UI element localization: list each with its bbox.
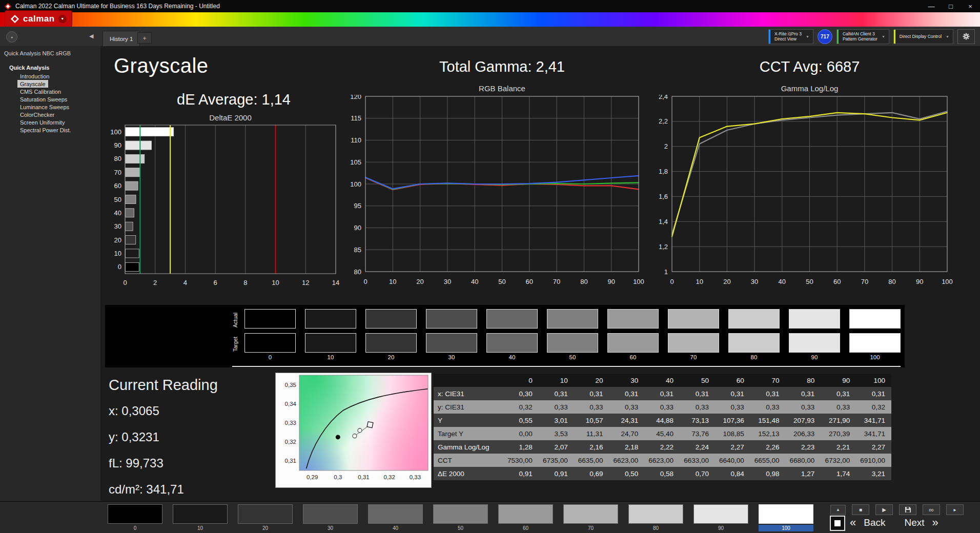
pattern-tile-50[interactable]: 50 [433,504,488,531]
reading-cdm2: cd/m²: 341,71 [109,482,218,497]
pattern-level-label: 90 [693,525,748,531]
svg-text:8: 8 [243,279,247,286]
maximize-icon[interactable]: □ [941,0,961,12]
meter-status-badge[interactable]: 717 [818,29,832,44]
svg-text:20: 20 [416,278,423,285]
level-label: 100 [849,354,901,360]
pattern-swatch [693,504,748,524]
meter-dropdown[interactable]: X-Rite i1Pro 3 Direct View ▼ [768,29,813,44]
pattern-window-button[interactable] [830,516,845,531]
reading-fl: fL: 99,733 [109,456,218,470]
advance-icon[interactable]: ▸ [946,504,964,515]
svg-text:90: 90 [354,224,361,232]
titlebar: Calman 2022 Calman Ultimate for Business… [0,0,980,12]
window-title: Calman 2022 Calman Ultimate for Business… [15,3,220,10]
cie-chart-panel: 0,310,320,330,340,350,290,30,310,320,33 [275,373,432,488]
actual-swatch [486,309,538,329]
svg-text:0,33: 0,33 [285,420,296,426]
pattern-tile-20[interactable]: 20 [238,504,293,531]
sidebar-item-grayscale[interactable]: Grayscale [17,80,48,88]
stop-icon[interactable]: ■ [852,504,869,515]
sidebar-item-saturation-sweeps[interactable]: Saturation Sweeps [17,95,70,103]
sidebar-item-luminance-sweeps[interactable]: Luminance Sweeps [17,103,72,111]
pattern-square-icon [834,520,841,526]
svg-text:6: 6 [214,279,217,286]
sidebar-collapse-icon[interactable]: ◀ [89,33,93,39]
svg-text:10: 10 [389,278,396,285]
table-row: Gamma Log/Log1,282,072,162,182,222,242,2… [434,440,891,454]
play-icon[interactable]: ▶ [875,504,893,515]
pattern-tile-60[interactable]: 60 [498,504,553,531]
app-menu-button[interactable]: ● [6,31,17,43]
sidebar-item-cms-calibration[interactable]: CMS Calibration [17,88,64,95]
deltae-bar-chart: 024681012140102030405060708090100 [100,124,341,288]
pattern-tile-100[interactable]: 100 [759,504,813,531]
sidebar-item-introduction[interactable]: Introduction [17,72,52,80]
settings-button[interactable] [957,29,975,44]
pattern-level-label: 80 [628,525,683,531]
pattern-generator-dropdown[interactable]: CalMAN Client 3 Pattern Generator ▼ [836,29,889,44]
table-row: ΔE 20000,910,910,690,500,580,700,840,981… [434,467,891,480]
actual-swatch [244,309,296,329]
pattern-level-label: 10 [173,525,228,531]
pattern-tile-10[interactable]: 10 [173,504,228,531]
svg-text:1,6: 1,6 [659,193,668,200]
sidebar-item-spectral-power-dist-[interactable]: Spectral Power Dist. [17,126,74,134]
pattern-tile-70[interactable]: 70 [563,504,618,531]
grayscale-swatch-column: 80 [728,309,780,360]
pattern-swatch [303,504,358,524]
actual-swatch [789,309,840,329]
svg-text:4: 4 [183,279,187,286]
pattern-tile-0[interactable]: 0 [108,504,162,531]
calman-menu-button[interactable]: calman ▼ [5,11,72,27]
target-swatch [365,333,417,353]
table-row: CCT7530,006735,006635,006623,006623,0066… [434,454,891,467]
up-arrow-icon[interactable]: ▲ [830,505,846,515]
svg-text:50: 50 [498,278,505,285]
pattern-tile-40[interactable]: 40 [368,504,423,531]
svg-text:0: 0 [363,278,367,285]
pattern-tiles: 0102030405060708090100 [108,504,813,531]
pattern-generator-line2: Pattern Generator [843,36,877,42]
svg-text:0,34: 0,34 [285,401,297,407]
pattern-level-label: 60 [498,525,553,531]
svg-text:120: 120 [350,95,361,100]
save-icon[interactable] [899,504,916,515]
pattern-tile-80[interactable]: 80 [628,504,683,531]
rainbow-strip: calman ▼ [0,12,980,27]
target-swatch [547,333,598,353]
display-control-dropdown[interactable]: Direct Display Control ▼ [893,29,953,44]
svg-text:1,4: 1,4 [659,218,668,225]
chevron-down-icon: ▼ [882,35,885,38]
actual-swatch [426,309,477,329]
back-button[interactable]: Back [864,517,885,528]
add-tab-button[interactable]: + [137,32,152,44]
level-label: 30 [426,354,477,360]
svg-text:50: 50 [114,196,121,203]
close-icon[interactable]: × [961,0,980,12]
svg-text:2: 2 [664,142,668,150]
total-gamma-heading: Total Gamma: 2,41 [365,58,639,75]
svg-text:0: 0 [123,279,127,286]
target-swatch [607,333,659,353]
target-swatch [728,333,780,353]
svg-text:20: 20 [114,236,121,244]
chevrons-left-icon[interactable]: « [850,516,856,529]
minimize-icon[interactable]: — [922,0,941,12]
sidebar-item-screen-uniformity[interactable]: Screen Uniformity [17,118,67,126]
grayscale-swatch-column: 100 [849,309,901,360]
chevron-down-icon[interactable]: ▼ [58,15,67,23]
svg-text:85: 85 [354,246,361,254]
tab-history-1[interactable]: History 1 [103,31,140,46]
chevrons-right-icon[interactable]: » [932,516,938,529]
svg-text:60: 60 [526,278,533,285]
svg-text:10: 10 [272,279,279,286]
sidebar-item-colorchecker[interactable]: ColorChecker [17,111,57,118]
pattern-tile-90[interactable]: 90 [693,504,748,531]
level-label: 0 [244,354,296,360]
next-button[interactable]: Next [905,517,925,528]
pattern-tile-30[interactable]: 30 [303,504,358,531]
continuous-read-icon[interactable]: ∞ [923,504,940,515]
sidebar-root-node[interactable]: Quick Analysis [0,56,100,72]
table-row: Y0,553,0110,5724,3144,8873,13107,36151,4… [434,414,891,427]
